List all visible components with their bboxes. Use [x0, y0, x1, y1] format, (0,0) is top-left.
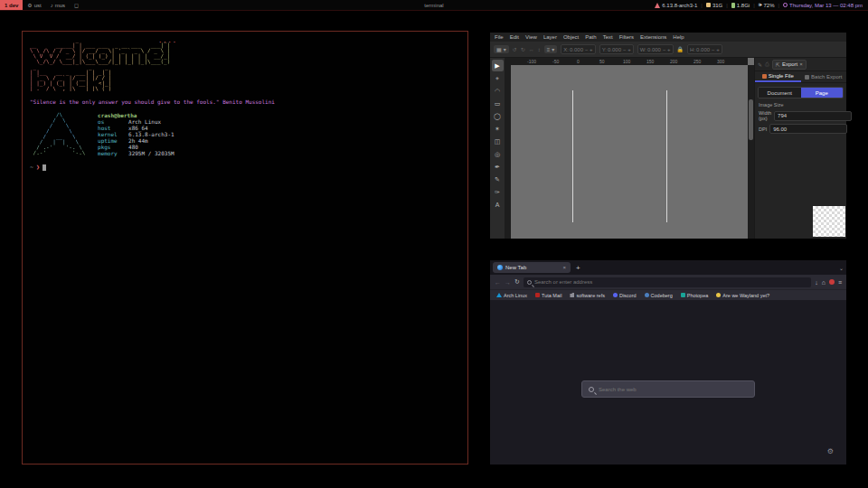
- workspace-mus[interactable]: ♪ mus: [46, 0, 70, 10]
- shell-prompt[interactable]: ~ ❯: [30, 164, 460, 171]
- ellipse-tool[interactable]: ◯: [492, 110, 504, 122]
- tab-close-icon[interactable]: ×: [562, 265, 566, 270]
- browser-window[interactable]: New Tab × + ⌄ ← → ↻ ↓ ⌂ ≡ Arch Linux Tut…: [490, 260, 846, 465]
- stepper-buttons[interactable]: − +: [623, 47, 631, 52]
- document-scope-button[interactable]: Document: [759, 88, 801, 98]
- menu-button[interactable]: ≡: [838, 279, 842, 286]
- forward-button[interactable]: →: [505, 279, 511, 286]
- menu-text[interactable]: Text: [603, 34, 613, 40]
- menu-object[interactable]: Object: [563, 34, 579, 40]
- menu-filters[interactable]: Filters: [619, 34, 634, 40]
- fetch-value: 6.13.8-arch3-1: [128, 131, 175, 137]
- downloads-button[interactable]: ↓: [815, 279, 818, 286]
- newtab-settings-gear-icon[interactable]: ⚙: [827, 447, 834, 455]
- workspace-empty[interactable]: ◻: [70, 0, 83, 10]
- bookmark-photopea[interactable]: Photopea: [681, 293, 709, 298]
- rotate-ccw-icon[interactable]: ↺: [513, 46, 517, 52]
- url-input[interactable]: [534, 279, 807, 285]
- node-tool[interactable]: ⌖: [492, 72, 504, 84]
- shape-builder-tool[interactable]: ◠: [492, 85, 504, 97]
- home-button[interactable]: ⌂: [822, 279, 826, 286]
- star-tool[interactable]: ✶: [492, 123, 504, 135]
- flip-horizontal-icon[interactable]: ↔: [529, 47, 534, 52]
- x-coordinate-field[interactable]: X: 0.000 − +: [561, 44, 595, 54]
- stepper-buttons[interactable]: − +: [712, 47, 720, 52]
- menu-extensions[interactable]: Extensions: [640, 34, 666, 40]
- gear-icon: ⚙: [27, 2, 32, 8]
- export-dialog-tab[interactable]: ⇱ Export ×: [772, 60, 807, 70]
- bookmark-are-we-wayland-yet[interactable]: Are we Wayland yet?: [716, 293, 769, 298]
- pencil-tool[interactable]: ✎: [492, 174, 504, 185]
- calligraphy-tool[interactable]: ✑: [492, 186, 504, 198]
- wayland-icon: [716, 293, 721, 297]
- menu-view[interactable]: View: [525, 34, 537, 40]
- bookmark-label: software refs: [576, 293, 604, 298]
- bookmark-discord[interactable]: Discord: [613, 293, 637, 298]
- scrollbar-thumb[interactable]: [749, 99, 753, 140]
- width-field[interactable]: W: 0.000 − +: [637, 44, 674, 54]
- export-dpi-input[interactable]: [769, 124, 847, 134]
- discord-icon: [613, 293, 618, 297]
- url-bar[interactable]: [524, 277, 811, 287]
- menu-path[interactable]: Path: [585, 34, 596, 40]
- selection-mode-dropdown[interactable]: ▦ ▾: [494, 45, 509, 53]
- menu-layer[interactable]: Layer: [543, 34, 557, 40]
- vertical-ruler: [505, 58, 511, 239]
- y-coordinate-field[interactable]: Y: 0.000 − +: [599, 44, 634, 54]
- inkscape-window[interactable]: File Edit View Layer Object Path Text Fi…: [490, 33, 846, 239]
- export-scope-switch: Document Page: [758, 87, 844, 99]
- disk-usage: 31G: [712, 3, 722, 8]
- lock-ratio-icon[interactable]: 🔒: [677, 46, 684, 52]
- workspace-ust[interactable]: ⚙ ust: [23, 0, 45, 10]
- back-button[interactable]: ←: [495, 279, 501, 286]
- terminal-window[interactable]: _ _ __ _____| | ___ ___ _ __ ___ ___| | …: [22, 31, 468, 465]
- text-tool[interactable]: A: [492, 199, 504, 211]
- close-icon[interactable]: ×: [799, 61, 803, 67]
- disk-icon: [706, 3, 711, 7]
- export-dpi-label: DPI: [759, 127, 767, 132]
- bookmark-arch-linux[interactable]: Arch Linux: [496, 293, 527, 298]
- workspace-dev[interactable]: 1 dev: [0, 0, 23, 10]
- selector-tool[interactable]: ▶: [492, 60, 504, 71]
- horizontal-ruler: -100 -50 0 50 100 150 200 250 300: [511, 58, 748, 65]
- box3d-tool[interactable]: ◫: [492, 136, 504, 147]
- printer-dialog-icon[interactable]: ⎙: [765, 61, 769, 68]
- bookmark-folder-software-refs[interactable]: software refs: [570, 293, 604, 298]
- batch-export-tab[interactable]: Batch Export: [801, 71, 847, 82]
- spiral-tool[interactable]: ◎: [492, 148, 504, 160]
- canvas-scrollbar[interactable]: [748, 65, 754, 239]
- menu-help[interactable]: Help: [673, 34, 684, 40]
- width-row: Width (px): [759, 110, 843, 121]
- web-search-box[interactable]: [581, 380, 755, 398]
- browser-tab-new-tab[interactable]: New Tab ×: [493, 262, 571, 273]
- web-search-input[interactable]: [599, 387, 748, 392]
- arch-ascii-logo: /\ / \ / \ / \ / __ \ / | | \ / .-' '-. …: [30, 112, 89, 156]
- reload-button[interactable]: ↻: [514, 278, 520, 286]
- menu-file[interactable]: File: [495, 34, 504, 40]
- art-accent-marks: ····: [158, 39, 177, 46]
- rectangle-tool[interactable]: ▭: [492, 98, 504, 109]
- flip-vertical-icon[interactable]: ↕: [538, 47, 541, 52]
- volume-module[interactable]: 🕪 72%: [759, 2, 775, 8]
- fetch-row: pkgs 480: [98, 144, 175, 150]
- bookmark-codeberg[interactable]: Codeberg: [645, 293, 673, 298]
- rotate-cw-icon[interactable]: ↻: [521, 46, 525, 52]
- bookmark-tuta-mail[interactable]: Tuta Mail: [535, 293, 561, 298]
- canvas[interactable]: -100 -50 0 50 100 150 200 250 300: [505, 58, 754, 239]
- ruler-tick: 100: [623, 59, 630, 64]
- fetch-row: kernel 6.13.8-arch3-1: [98, 131, 175, 137]
- single-file-tab[interactable]: Single File: [755, 71, 801, 82]
- export-mode-tabs: Single File Batch Export: [755, 71, 846, 83]
- pen-tool[interactable]: ✒: [492, 161, 504, 173]
- height-field[interactable]: H: 0.000 − +: [687, 44, 722, 54]
- align-dropdown[interactable]: ≡ ▾: [544, 45, 558, 53]
- page-scope-button[interactable]: Page: [801, 88, 844, 98]
- stepper-buttons[interactable]: − +: [663, 47, 671, 52]
- export-width-input[interactable]: [774, 111, 852, 121]
- new-tab-button[interactable]: +: [576, 264, 580, 272]
- tab-list-chevron-icon[interactable]: ⌄: [839, 265, 844, 271]
- pencil-dialog-icon[interactable]: ✎: [758, 61, 762, 68]
- extension-badge-icon[interactable]: [829, 279, 835, 285]
- menu-edit[interactable]: Edit: [510, 34, 519, 40]
- stepper-buttons[interactable]: − +: [585, 47, 593, 52]
